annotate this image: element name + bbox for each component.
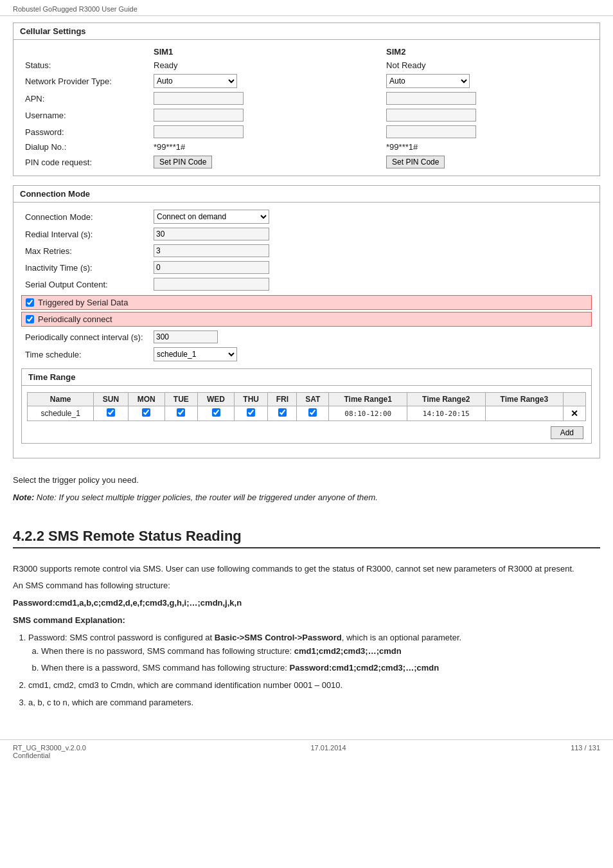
note-label: Note: — [13, 493, 37, 502]
sms-list: Password: SMS control password is config… — [28, 631, 600, 710]
periodically-connect-checkbox[interactable] — [26, 315, 34, 323]
triggered-by-serial-checkbox[interactable] — [26, 298, 34, 307]
select-trigger-text: Select the trigger policy you need. — [13, 474, 600, 487]
col-wed: WED — [198, 393, 235, 406]
table-row: Time schedule: schedule_1 schedule_2 — [21, 345, 592, 363]
col-tue: TUE — [164, 393, 197, 406]
para2: An SMS command has following structure: — [13, 579, 600, 593]
connection-mode-table: Connection Mode: Connect on demand Alway… — [21, 208, 592, 293]
col-name: Name — [28, 393, 94, 406]
footer-confidential: Confidential — [13, 752, 86, 759]
max-retries-input[interactable] — [154, 244, 269, 257]
time-range1-value: 08:10-12:00 — [329, 406, 407, 421]
conn-mode-label: Connection Mode: — [21, 208, 150, 226]
periodically-connect-label: Periodically connect — [38, 314, 112, 324]
connection-mode-title: Connection Mode — [13, 186, 600, 203]
list-item-1-before: Password: SMS control password is config… — [28, 633, 215, 642]
serial-output-input[interactable] — [154, 278, 269, 291]
para3: Password:cmd1,a,b,c;cmd2,d,e,f;cmd3,g,h,… — [13, 598, 242, 608]
connection-mode-select[interactable]: Connect on demand Always Online Manual — [154, 210, 269, 224]
time-range3-value — [485, 406, 564, 421]
fri-checkbox[interactable] — [278, 408, 287, 417]
sub-item-a-before: When there is no password, SMS command h… — [41, 646, 294, 656]
list-item: When there is a password, SMS command ha… — [41, 662, 600, 675]
sim2-apn-input[interactable] — [386, 92, 476, 105]
sim1-password-input[interactable] — [154, 125, 244, 138]
sub-item-b-bold: Password:cmd1;cmd2;cmd3;…;cmdn — [290, 663, 440, 673]
header-title: Robustel GoRugged R3000 User Guide — [13, 5, 138, 13]
sub-item-b-before: When there is a password, SMS command ha… — [41, 663, 290, 673]
header: Robustel GoRugged R3000 User Guide — [0, 0, 613, 16]
footer-date: 17.01.2014 — [311, 744, 346, 759]
sim1-network-provider-select[interactable]: Auto 2G Only 3G Only — [154, 74, 237, 88]
col-action — [564, 393, 586, 406]
col-range1: Time Range1 — [329, 393, 407, 406]
table-row: Dialup No.: *99***1# *99***1# — [21, 140, 592, 154]
sim2-set-pin-button[interactable]: Set PIN Code — [386, 156, 445, 168]
triggered-by-serial-row: Triggered by Serial Data — [21, 295, 592, 310]
redial-interval-input[interactable] — [154, 228, 269, 240]
sim1-set-pin-button[interactable]: Set PIN Code — [154, 156, 212, 168]
row-name: schedule_1 — [28, 406, 94, 421]
table-row: Max Retries: — [21, 242, 592, 259]
body-text: Select the trigger policy you need. Note… — [13, 467, 600, 515]
list-item-1-after: , which is an optional parameter. — [342, 633, 461, 642]
serial-output-label: Serial Output Content: — [21, 276, 150, 293]
note-content: Note: If you select multiple trigger pol… — [37, 493, 378, 502]
col-range2: Time Range2 — [407, 393, 486, 406]
inactivity-time-label: Inactivity Time (s): — [21, 259, 150, 276]
password-label: Password: — [21, 123, 150, 140]
periodically-interval-label: Periodically connect interval (s): — [21, 329, 150, 345]
table-row: Username: — [21, 107, 592, 123]
table-row: Network Provider Type: Auto 2G Only 3G O… — [21, 72, 592, 90]
max-retries-label: Max Retries: — [21, 242, 150, 259]
para4: SMS command Explanation: — [13, 615, 125, 625]
sim2-password-input[interactable] — [386, 125, 476, 138]
sun-checkbox[interactable] — [107, 408, 115, 417]
periodically-interval-table: Periodically connect interval (s): Time … — [21, 329, 592, 363]
para1: R3000 supports remote control via SMS. U… — [13, 563, 600, 576]
footer-version: RT_UG_R3000_v.2.0.0 — [13, 744, 86, 752]
delete-row-button[interactable]: ✕ — [571, 408, 578, 419]
time-range-box: Time Range Name SUN MON TUE WED THU FRI — [21, 368, 592, 444]
time-range-title: Time Range — [22, 369, 591, 386]
sim2-network-provider-select[interactable]: Auto 2G Only 3G Only — [386, 74, 470, 88]
list-item: cmd1, cmd2, cmd3 to Cmdn, which are comm… — [28, 679, 600, 692]
sim1-username-input[interactable] — [154, 109, 244, 122]
apn-label: APN: — [21, 90, 150, 107]
status-label: Status: — [21, 59, 150, 72]
cellular-settings-title: Cellular Settings — [13, 23, 600, 40]
col-sat: SAT — [297, 393, 329, 406]
col-fri: FRI — [268, 393, 297, 406]
redial-interval-label: Redial Interval (s): — [21, 226, 150, 242]
add-button[interactable]: Add — [551, 426, 583, 439]
tue-checkbox[interactable] — [177, 408, 185, 417]
connection-mode-box: Connection Mode Connection Mode: Connect… — [13, 185, 600, 458]
sim1-header: SIM1 — [150, 45, 344, 59]
col-mon: MON — [128, 393, 164, 406]
sim1-apn-input[interactable] — [154, 92, 244, 105]
list-item: Password: SMS control password is config… — [28, 631, 600, 675]
time-schedule-label: Time schedule: — [21, 345, 150, 363]
time-schedule-select[interactable]: schedule_1 schedule_2 — [154, 347, 237, 361]
pin-code-label: PIN code request: — [21, 154, 150, 170]
table-row: Serial Output Content: — [21, 276, 592, 293]
table-row: Password: — [21, 123, 592, 140]
mon-checkbox[interactable] — [142, 408, 150, 417]
sim2-username-input[interactable] — [386, 109, 476, 122]
table-row: Connection Mode: Connect on demand Alway… — [21, 208, 592, 226]
periodically-interval-input[interactable] — [154, 330, 218, 343]
sim1-dialup-value: *99***1# — [150, 140, 344, 154]
sat-checkbox[interactable] — [308, 408, 317, 417]
col-thu: THU — [235, 393, 268, 406]
time-range-table: Name SUN MON TUE WED THU FRI SAT Time Ra… — [27, 392, 586, 421]
thu-checkbox[interactable] — [247, 408, 255, 417]
sms-body-text: R3000 supports remote control via SMS. U… — [13, 556, 600, 720]
sim1-status: Ready — [150, 59, 344, 72]
list-item-1-bold: Basic->SMS Control->Password — [215, 633, 342, 642]
inactivity-time-input[interactable] — [154, 261, 269, 274]
table-row: APN: — [21, 90, 592, 107]
wed-checkbox[interactable] — [212, 408, 220, 417]
table-row: schedule_1 08:10-12:00 14:10-20:15 — [28, 406, 586, 421]
footer-pages: 113 / 131 — [571, 744, 600, 759]
